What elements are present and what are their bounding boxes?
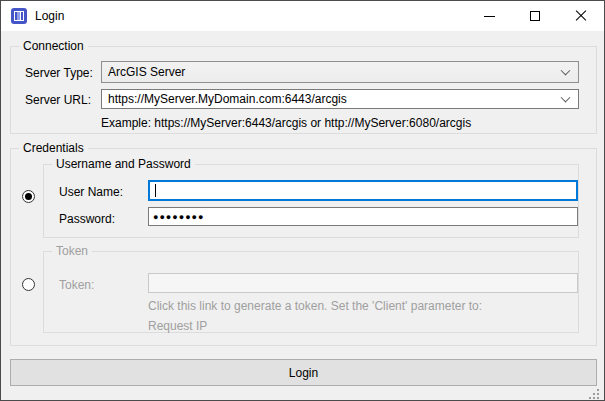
login-button-label: Login [289,366,318,380]
token-hint-text: Click this link to generate a token. Set… [148,299,482,313]
server-type-value: ArcGIS Server [108,65,185,79]
titlebar[interactable]: Login [1,1,604,31]
window-title: Login [35,9,64,23]
app-window-icon [11,8,27,24]
close-button[interactable] [558,1,604,31]
token-input[interactable] [148,273,578,293]
request-ip-link[interactable]: Request IP [148,319,207,333]
server-url-example-text: Example: https://MyServer:6443/arcgis or… [101,116,471,130]
server-type-dropdown[interactable]: ArcGIS Server [101,61,579,83]
maximize-icon [530,11,540,21]
user-name-label: User Name: [59,185,123,199]
maximize-button[interactable] [512,1,558,31]
token-radio[interactable] [22,278,35,291]
token-caption: Token [52,244,92,258]
password-input[interactable]: ●●●●●●●● [148,207,578,226]
server-url-label: Server URL: [25,93,91,107]
password-masked-value: ●●●●●●●● [153,211,205,222]
username-password-groupbox: Username and Password [43,164,579,238]
token-label: Token: [59,278,94,292]
login-dialog: Login Connection Server Type: ArcGIS Ser… [0,0,605,401]
server-url-combobox[interactable]: https://MyServer.MyDomain.com:6443/arcgi… [101,89,579,109]
window-controls [466,1,604,31]
server-url-value: https://MyServer.MyDomain.com:6443/arcgi… [108,92,347,106]
text-caret [155,184,156,197]
user-name-input[interactable] [148,180,578,201]
connection-caption: Connection [19,39,88,53]
password-label: Password: [59,212,115,226]
server-type-label: Server Type: [25,66,93,80]
username-password-radio[interactable] [22,190,35,203]
minimize-icon [484,16,495,17]
login-button[interactable]: Login [10,359,597,386]
credentials-caption: Credentials [19,141,88,155]
username-password-caption: Username and Password [52,157,195,171]
minimize-button[interactable] [466,1,512,31]
close-icon [575,10,587,22]
chevron-down-icon [561,66,571,76]
chevron-down-icon [561,93,571,103]
